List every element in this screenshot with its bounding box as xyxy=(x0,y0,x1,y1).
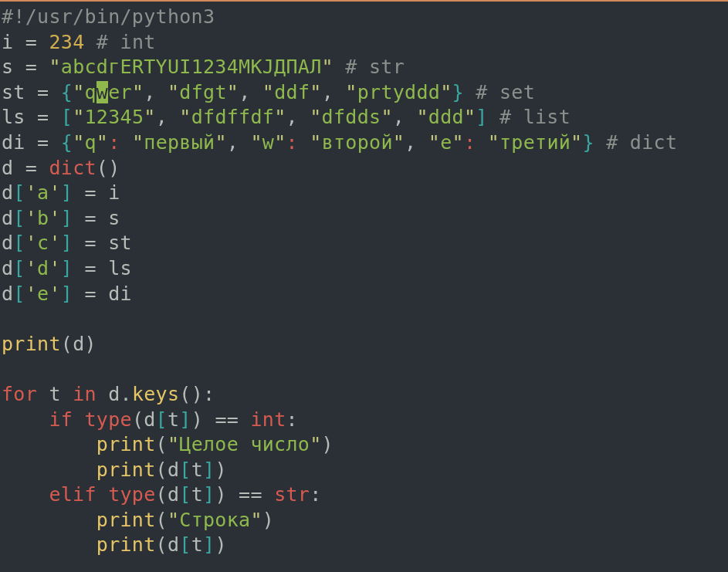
quote: ' xyxy=(49,181,60,204)
quote: " xyxy=(381,106,392,128)
var-t: t xyxy=(191,483,203,506)
string-literal: dfdffdf xyxy=(191,106,274,128)
rhs: di xyxy=(108,283,132,305)
var-t: t xyxy=(168,408,179,431)
quote: " xyxy=(49,56,60,78)
bracket-open: [ xyxy=(13,283,25,305)
bracket-close: ] xyxy=(61,181,73,204)
quote: " xyxy=(168,509,179,531)
op-eq: = xyxy=(85,257,97,279)
paren-open: ( xyxy=(156,483,168,506)
func-print: print xyxy=(97,509,156,531)
paren-open: ( xyxy=(61,333,73,355)
var-d: d xyxy=(144,408,155,431)
paren-open: ( xyxy=(156,459,168,481)
quote: " xyxy=(310,106,321,128)
quote: " xyxy=(168,433,179,455)
quote: " xyxy=(571,131,582,154)
var-st: st xyxy=(2,81,25,103)
quote: " xyxy=(322,56,334,78)
var-d: d xyxy=(168,459,179,481)
var-ls: ls xyxy=(2,106,25,128)
bracket-open: [ xyxy=(13,257,25,279)
quote: " xyxy=(464,106,476,128)
paren-close: ) xyxy=(215,483,226,506)
bracket-close: ] xyxy=(61,283,73,305)
bracket-open: [ xyxy=(179,533,191,556)
builtin-int: int xyxy=(250,408,286,431)
op-eq: = xyxy=(85,232,97,254)
brace-close: } xyxy=(582,131,594,154)
bracket-open: [ xyxy=(61,106,73,128)
rhs: ls xyxy=(108,257,132,279)
quote: " xyxy=(132,81,144,103)
bracket-open: [ xyxy=(13,181,25,204)
paren-close: ) xyxy=(191,408,203,431)
bracket-close: ] xyxy=(61,207,73,229)
quote: " xyxy=(250,509,262,531)
comment-dict: # dict xyxy=(606,131,677,154)
kw-in: in xyxy=(73,383,97,405)
paren-open: ( xyxy=(156,433,168,455)
quote: " xyxy=(310,131,321,154)
bracket-close: ] xyxy=(203,459,215,481)
comment-list: # list xyxy=(499,106,571,128)
string-literal: dfgt xyxy=(179,81,226,103)
method-keys: keys xyxy=(132,383,179,405)
var-s: s xyxy=(2,56,13,78)
paren-open: ( xyxy=(156,509,168,531)
colon: : xyxy=(286,131,298,154)
var-t: t xyxy=(49,383,60,405)
quote: ' xyxy=(25,181,37,204)
op-eq: = xyxy=(25,31,37,53)
string-literal: 12345 xyxy=(85,106,144,128)
op-eq: = xyxy=(25,56,37,78)
dict-key: a xyxy=(37,181,49,204)
quote: " xyxy=(274,106,286,128)
comma: , xyxy=(393,106,405,128)
brace-open: { xyxy=(61,131,73,154)
quote: ' xyxy=(25,207,37,229)
op-eq: = xyxy=(25,157,37,179)
colon: : xyxy=(286,408,298,431)
colon: : xyxy=(203,383,215,405)
string-literal: dfdds xyxy=(322,106,381,128)
paren-open: ( xyxy=(179,383,191,405)
string-literal: ddd xyxy=(428,106,464,128)
text-cursor: w xyxy=(97,81,108,103)
dict-val: второй xyxy=(322,131,393,154)
bracket-close: ] xyxy=(61,257,73,279)
comma: , xyxy=(239,81,250,103)
dict-key: e xyxy=(440,131,452,154)
quote: " xyxy=(488,131,499,154)
bracket-close: ] xyxy=(203,533,215,556)
dot: . xyxy=(120,383,132,405)
func-print: print xyxy=(97,533,156,556)
builtin-dict: dict xyxy=(49,157,96,179)
quote: ' xyxy=(49,257,60,279)
code-editor[interactable]: #!/usr/bin/python3 i = 234 # int s = "аb… xyxy=(0,2,728,558)
var-d: d xyxy=(2,232,13,254)
comma: , xyxy=(144,81,155,103)
quote: ' xyxy=(25,232,37,254)
var-d: d xyxy=(168,533,179,556)
quote: " xyxy=(310,433,321,455)
quote: ' xyxy=(49,207,60,229)
var-d: d xyxy=(2,157,13,179)
op-eq: = xyxy=(85,283,97,305)
op-eq: = xyxy=(37,106,49,128)
arg-d: d xyxy=(73,333,84,355)
string-literal: Целое число xyxy=(179,433,310,455)
paren-close: ) xyxy=(215,459,226,481)
var-d: d xyxy=(2,207,13,229)
paren-close: ) xyxy=(262,509,274,531)
op-eqeq: == xyxy=(215,408,239,431)
comma: , xyxy=(405,131,416,154)
string-literal: аbcdгERTYUI1234МКЈДПАЛ xyxy=(61,56,322,78)
var-t: t xyxy=(191,533,203,556)
quote: " xyxy=(262,81,274,103)
quote: " xyxy=(73,81,84,103)
quote: " xyxy=(393,131,405,154)
rhs: st xyxy=(108,232,132,254)
rhs: i xyxy=(108,181,120,204)
